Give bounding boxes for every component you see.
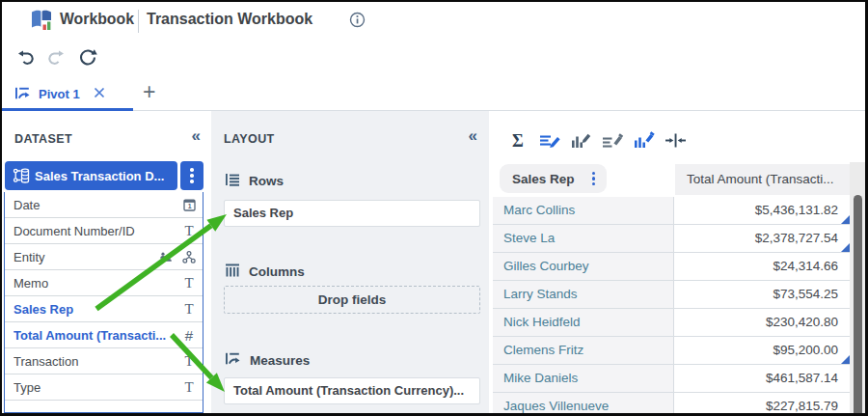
dataset-source-button[interactable]: Sales Transaction D... <box>5 161 177 190</box>
tab-close-icon[interactable] <box>93 86 106 102</box>
table-row: Clemens Fritz$95,200.00 <box>493 337 851 365</box>
vertical-scrollbar[interactable] <box>850 162 865 413</box>
row-value-cell[interactable]: $2,378,727.54 <box>673 225 851 252</box>
row-value-cell[interactable]: $461,587.14 <box>673 365 851 392</box>
svg-text:1: 1 <box>187 203 191 209</box>
row-header-label: Sales Rep <box>512 172 590 186</box>
row-header-pill[interactable]: Sales Rep <box>500 164 607 193</box>
row-name-cell[interactable]: Nick Heidfeld <box>493 309 673 336</box>
edit-chart-icon[interactable] <box>569 127 594 153</box>
rows-field-sales-rep[interactable]: Sales Rep <box>224 200 480 227</box>
measures-section-label: Measures <box>225 350 310 370</box>
row-name-cell[interactable]: Steve La <box>493 225 673 252</box>
hash-icon: # <box>182 327 196 343</box>
text-icon: T <box>182 353 196 369</box>
dataset-panel: DATASET « Sales Transaction D... Date1Do… <box>2 111 208 413</box>
row-name-cell[interactable]: Jaques Villenueve <box>493 393 673 413</box>
add-tab-button[interactable]: + <box>143 79 155 105</box>
dataset-field-document-number-id[interactable]: Document Number/IDT <box>5 218 203 244</box>
sigma-icon[interactable]: Σ <box>506 127 531 153</box>
value-column-header[interactable]: Total Amount (Transacti... <box>675 164 853 195</box>
calendar-icon: 1 <box>182 197 196 212</box>
undo-button[interactable] <box>15 47 37 69</box>
row-name-cell[interactable]: Larry Stands <box>493 281 673 308</box>
edit-toolbar <box>2 41 865 75</box>
collapse-columns-icon[interactable] <box>663 127 688 153</box>
app-window: Workbook Transaction Workbook <box>0 0 868 416</box>
row-name-cell[interactable]: Marc Collins <box>493 197 673 224</box>
dataset-field-entity[interactable]: Entity <box>5 244 203 270</box>
row-name-cell[interactable]: Gilles Courbey <box>493 253 673 280</box>
row-value-cell[interactable]: $95,200.00 <box>673 337 851 364</box>
app-title: Workbook <box>60 11 134 28</box>
dataset-field-total-amount-transacti[interactable]: Total Amount (Transacti...# <box>5 322 203 348</box>
people-icon <box>159 249 173 264</box>
row-value-cell[interactable]: $5,436,131.82 <box>673 197 851 224</box>
titlebar: Workbook Transaction Workbook <box>2 2 865 41</box>
tab-pivot-1[interactable]: Pivot 1 <box>2 75 133 111</box>
table-row: Steve La$2,378,727.54 <box>493 225 851 253</box>
text-icon: T <box>182 223 196 238</box>
pin-chart-icon[interactable] <box>632 127 657 153</box>
pin-rows-icon[interactable] <box>600 127 625 153</box>
tabbar: Pivot 1 + <box>2 75 865 111</box>
columns-dropzone[interactable]: Drop fields <box>224 286 480 314</box>
text-icon: T <box>182 379 196 395</box>
layout-panel-title: LAYOUT <box>224 132 275 146</box>
rows-section-label: Rows <box>225 172 284 190</box>
text-icon: T <box>182 301 196 317</box>
hierarchy-icon <box>182 249 196 264</box>
table-row: Jaques Villenueve$227,815.79 <box>493 393 851 413</box>
table-row: Marc Collins$5,436,131.82 <box>493 197 851 225</box>
dataset-field-sales-rep[interactable]: Sales RepT <box>5 296 203 322</box>
refresh-button[interactable] <box>77 47 98 69</box>
row-name-cell[interactable]: Mike Daniels <box>493 365 673 392</box>
row-header-kebab-icon[interactable] <box>590 170 597 188</box>
tab-label: Pivot 1 <box>39 87 80 101</box>
layout-collapse-icon[interactable]: « <box>469 126 477 146</box>
main-area: DATASET « Sales Transaction D... Date1Do… <box>2 111 865 413</box>
row-value-cell[interactable]: $227,815.79 <box>673 393 851 413</box>
dataset-menu-kebab-icon[interactable] <box>180 161 203 190</box>
columns-icon <box>225 263 240 281</box>
measures-icon <box>225 350 241 370</box>
row-value-cell[interactable]: $73,554.25 <box>673 281 851 308</box>
dataset-field-date[interactable]: Date1 <box>5 192 203 218</box>
scrollbar-thumb[interactable] <box>854 195 862 416</box>
rows-icon <box>225 172 240 190</box>
redo-button[interactable] <box>45 47 67 69</box>
dataset-field-type[interactable]: TypeT <box>5 374 203 401</box>
table-row: Larry Stands$73,554.25 <box>493 281 851 309</box>
pivot-table-panel: Σ <box>491 111 865 413</box>
table-row: Nick Heidfeld$230,420.80 <box>493 309 851 337</box>
dataset-collapse-icon[interactable]: « <box>192 126 201 146</box>
row-value-cell[interactable]: $230,420.80 <box>673 309 851 336</box>
title-divider <box>138 10 139 33</box>
svg-text:Σ: Σ <box>512 131 524 151</box>
dataset-panel-title: DATASET <box>14 132 72 146</box>
layout-panel: LAYOUT « Rows Sales Rep <box>211 111 489 413</box>
columns-section-label: Columns <box>225 263 305 281</box>
table-row: Mike Daniels$461,587.14 <box>493 365 851 393</box>
row-value-cell[interactable]: $24,314.66 <box>673 253 851 280</box>
table-row: Gilles Courbey$24,314.66 <box>493 253 851 281</box>
workbook-logo-icon <box>28 7 55 38</box>
pivot-grid-body: Marc Collins$5,436,131.82Steve La$2,378,… <box>493 197 851 413</box>
edit-rows-icon[interactable] <box>537 127 562 153</box>
row-name-cell[interactable]: Clemens Fritz <box>493 337 673 364</box>
dataset-field-list: Date1Document Number/IDTEntityMemoTSales… <box>4 192 203 413</box>
text-icon: T <box>182 275 196 291</box>
dataset-field-memo[interactable]: MemoT <box>5 270 203 296</box>
measures-field-total-amount[interactable]: Total Amount (Transaction Currency)... <box>224 377 480 404</box>
dataset-field-transaction[interactable]: TransactionT <box>5 348 203 374</box>
info-icon[interactable] <box>349 12 366 32</box>
pivot-icon <box>14 85 31 105</box>
page-title: Transaction Workbook <box>147 11 312 28</box>
